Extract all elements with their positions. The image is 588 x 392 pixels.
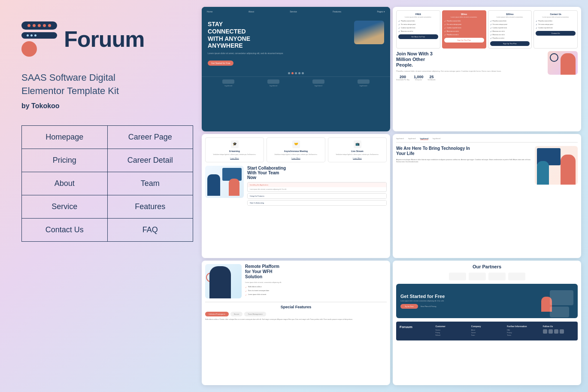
left-panel: Foruum SAAS Software DigitalElementor Te… bbox=[0, 0, 197, 392]
sf-tabs: Unlimited Participants Secure Team Manag… bbox=[205, 312, 387, 316]
partner-logo-2 bbox=[469, 273, 486, 280]
join-title: Join Now With 3Million OtherPeople. bbox=[396, 51, 544, 68]
elearning-name: E-learning bbox=[208, 150, 261, 152]
by-line: by Tokokoo bbox=[21, 102, 180, 110]
partner-logo-4 bbox=[508, 273, 525, 280]
page-link-career-page[interactable]: Career Page bbox=[107, 125, 193, 149]
preview-remote: Remote Plafformfor Your WFHSolution Lore… bbox=[202, 261, 390, 385]
social-icon-3[interactable] bbox=[554, 329, 558, 334]
meeting-link[interactable]: Learn More bbox=[270, 157, 322, 159]
hero-title: STAYCONNECTEDWITH ANYONEANYWHERE bbox=[208, 21, 350, 49]
accordion-features[interactable]: Using the Features bbox=[247, 193, 387, 199]
get-started-section: Get Started for Free Lorem ipsum dolor s… bbox=[396, 284, 578, 318]
preview-pricing: FREE Lorem ipsum dolor sit amet consecte… bbox=[393, 7, 581, 131]
gs-link[interactable]: View Plans & Pricing bbox=[421, 305, 436, 307]
page-link-homepage[interactable]: Homepage bbox=[22, 125, 108, 149]
remote-desc: Lorem ipsum dolor sit amet, consectetur … bbox=[245, 282, 387, 283]
plan-20-btn[interactable]: Sign Up This Plan bbox=[490, 41, 530, 46]
collab-section: Start CollaboratingWith Your TeamNow Ins… bbox=[205, 166, 387, 207]
pricing-plans: FREE Lorem ipsum dolor sit amet consecte… bbox=[396, 10, 578, 49]
footer-copyright: © Copyright Foruum 2024. All right reser… bbox=[396, 342, 578, 344]
feature-card-meeting: 🤝 Asynchronous Meeting Vestibulum tristi… bbox=[267, 137, 325, 162]
about-content: We Are Here To Bring Technology InYour L… bbox=[396, 146, 578, 185]
remote-title: Remote Plafformfor Your WFHSolution bbox=[245, 264, 387, 280]
elearning-link[interactable]: Learn More bbox=[208, 157, 261, 159]
special-features-section: Special Features Unlimited Participants … bbox=[205, 302, 387, 321]
brand-name: Foruum bbox=[64, 26, 145, 52]
right-panel: Home About Service Features Pages ▾ STAY… bbox=[197, 0, 588, 392]
tagline: SAAS Software DigitalElementor Template … bbox=[21, 71, 180, 98]
page-link-features[interactable]: Features bbox=[107, 195, 193, 218]
preview-partners: Our Partners Get Started for Free Lorem … bbox=[393, 261, 581, 385]
join-section: Join Now With 3Million OtherPeople. Phas… bbox=[396, 51, 578, 81]
hero-content: STAYCONNECTEDWITH ANYONEANYWHERE Lorem i… bbox=[202, 16, 390, 70]
plan-20: $20/mo Lorem ipsum dolor sit amet consec… bbox=[488, 10, 532, 49]
page-link-service[interactable]: Service bbox=[22, 195, 108, 218]
plan-free-btn[interactable]: Get Basic for Free bbox=[398, 34, 438, 39]
social-icon-1[interactable] bbox=[543, 329, 547, 334]
partners-title: Our Partners bbox=[396, 264, 578, 269]
join-illustration bbox=[548, 51, 578, 75]
footer: Foruum Customer Service Pricing Refund C… bbox=[396, 322, 578, 340]
footer-logo: Foruum bbox=[400, 325, 431, 329]
join-stats: 200 Downloads Per Day 1,000 Enterprise 2… bbox=[396, 75, 544, 81]
partner-logo-1 bbox=[449, 273, 466, 280]
meeting-name: Asynchronous Meeting bbox=[270, 150, 322, 152]
preview-hero: Home About Service Features Pages ▾ STAY… bbox=[202, 7, 390, 131]
livestream-name: Live Stream bbox=[331, 150, 384, 152]
hero-nav: Home About Service Features Pages ▾ bbox=[202, 7, 390, 16]
logo-bubble-icon bbox=[21, 32, 57, 39]
gs-desc: Lorem ipsum dolor sit amet consectetur a… bbox=[400, 300, 535, 302]
hero-sub: Lorem ipsum dolor sit amet, consectetur … bbox=[208, 52, 350, 55]
social-icon-2[interactable] bbox=[549, 329, 553, 334]
logo-area: Foruum bbox=[21, 21, 180, 57]
partner-logo-3 bbox=[488, 273, 506, 280]
about-desc: Aliquam erat volutpat. Mauris to dolor l… bbox=[396, 159, 531, 164]
gs-illustration bbox=[539, 288, 573, 314]
plan-free: FREE Lorem ipsum dolor sit amet consecte… bbox=[396, 10, 440, 49]
preview-features: 🎓 E-learning Vestibulum tristique ligula… bbox=[202, 134, 390, 258]
tab-secure[interactable]: Secure bbox=[230, 312, 243, 316]
logo-pill-icon bbox=[21, 21, 57, 30]
preview-about: logobrand logobrand logobrand logobrand … bbox=[393, 134, 581, 258]
page-link-pricing[interactable]: Pricing bbox=[22, 149, 108, 172]
elearning-icon: 🎓 bbox=[231, 140, 239, 148]
logo-icon-stack bbox=[21, 21, 57, 57]
page-link-faq[interactable]: FAQ bbox=[107, 218, 193, 241]
special-features-title: Special Features bbox=[205, 305, 387, 309]
tab-team[interactable]: Team Management bbox=[244, 312, 266, 316]
collab-illustration bbox=[205, 166, 244, 198]
page-link-team[interactable]: Team bbox=[107, 172, 193, 195]
about-title: We Are Here To Bring Technology InYour L… bbox=[396, 146, 531, 156]
plan-contact-btn[interactable]: Contact Us bbox=[536, 31, 576, 36]
partners-logos bbox=[396, 273, 578, 280]
meeting-icon: 🤝 bbox=[292, 140, 300, 148]
feature-card-livestream: 📺 Live Stream Vestibulum tristique ligul… bbox=[328, 137, 387, 162]
remote-content: Remote Plafformfor Your WFHSolution Lore… bbox=[205, 264, 387, 298]
plan-featured: $8/mo Lorem ipsum dolor sit amet consect… bbox=[442, 10, 486, 49]
hero-image bbox=[354, 21, 384, 44]
hero-brand-row: logobrand logobrand logobrand logobrand bbox=[202, 76, 390, 89]
plan-8-btn[interactable]: Sign Up This Plan bbox=[444, 38, 484, 43]
accordion-install[interactable]: Installing the Application Lorem ipsum d… bbox=[247, 182, 387, 192]
gs-btn[interactable]: Try for Free bbox=[400, 304, 418, 309]
collab-title: Start CollaboratingWith Your TeamNow bbox=[247, 166, 387, 180]
logo-circle-icon bbox=[21, 41, 37, 57]
join-desc: Phasellus euismod dolor sit amet consect… bbox=[396, 70, 544, 72]
gs-title: Get Started for Free bbox=[400, 294, 535, 299]
pages-table: HomepageCareer PagePricingCareer DetailA… bbox=[21, 125, 193, 242]
page-link-career-detail[interactable]: Career Detail bbox=[107, 149, 193, 172]
features-grid: 🎓 E-learning Vestibulum tristique ligula… bbox=[205, 137, 387, 162]
page-link-contact-us[interactable]: Contact Us bbox=[22, 218, 108, 241]
accordion-collab[interactable]: Start Collaborating bbox=[247, 200, 387, 206]
page-link-about[interactable]: About bbox=[22, 172, 108, 195]
feature-card-elearning: 🎓 E-learning Vestibulum tristique ligula… bbox=[205, 137, 264, 162]
tab-unlimited[interactable]: Unlimited Participants bbox=[205, 312, 229, 316]
about-nav: logobrand logobrand logobrand logobrand bbox=[396, 137, 578, 143]
livestream-icon: 📺 bbox=[354, 140, 361, 148]
livestream-link[interactable]: Learn More bbox=[331, 157, 384, 159]
social-icon-4[interactable] bbox=[560, 329, 564, 334]
hero-cta-btn[interactable]: Get Started for Free bbox=[208, 61, 233, 66]
sf-content-text: Nulla laboris nulla ut. Pariatur dolor v… bbox=[205, 319, 387, 321]
remote-illustration bbox=[205, 264, 242, 298]
